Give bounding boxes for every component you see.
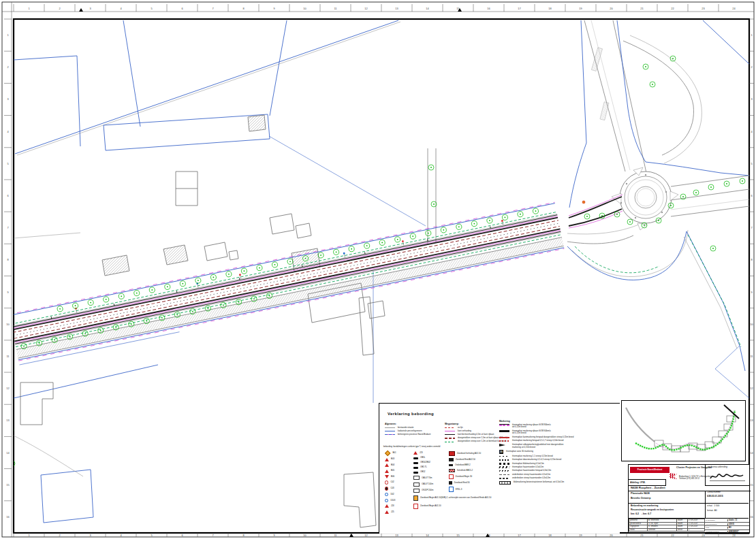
legend-item-label: kadastrale perceelsgrenzen: [398, 430, 422, 433]
svg-text:20: 20: [610, 7, 613, 10]
legend-item-label: kant bermverharding 0,5m uit kant rijbaa…: [458, 434, 494, 436]
svg-text:15: 15: [6, 483, 10, 487]
sign-code: B06: [391, 476, 394, 478]
legend-sign-row: Zonebord Begin A01-50: [413, 504, 497, 510]
brabant-flag-logo: [670, 473, 677, 479]
svg-text:2: 2: [7, 65, 9, 69]
svg-text:14: 14: [426, 7, 429, 10]
sign-code: OAL07 100m: [422, 483, 433, 486]
svg-text:13: 13: [395, 534, 398, 537]
svg-text:15: 15: [456, 534, 460, 537]
svg-text:12: 12: [364, 7, 368, 10]
legend-item-label: as-lijn: [458, 427, 463, 429]
plate-dark-sign-icon: [449, 458, 454, 461]
sw-magdash-swatch: [499, 424, 509, 427]
svg-text:2: 2: [59, 7, 61, 10]
sign-code: D103: [390, 500, 395, 502]
svg-text:6: 6: [7, 194, 9, 197]
sign-code: Zonebord herhaling A01-50: [457, 453, 481, 455]
bar-sign-icon: [413, 467, 418, 469]
svg-text:16: 16: [6, 515, 10, 519]
parallel-road-pavement: [16, 238, 564, 359]
sign-code: B05: [391, 470, 394, 472]
svg-text:3: 3: [89, 534, 91, 537]
legend-sign-row: Onderbord BB9-2: [449, 464, 498, 467]
sign-code: Zonebord Eind 30: [454, 482, 470, 485]
legend-sign-row: J25: [385, 510, 412, 514]
svg-text:1: 1: [7, 33, 9, 37]
legend-marking-item: thermoplast kantmarkering fietspad doorg…: [499, 436, 619, 439]
ring-blue-sign-icon: [385, 493, 388, 496]
svg-text:18: 18: [548, 7, 552, 10]
svg-text:22: 22: [671, 534, 674, 537]
sw-blok-swatch: [499, 463, 509, 465]
legend-marking-item: thermoplast dwarsmarkering 0,5-0,5 stree…: [499, 459, 619, 461]
sw-gray-swatch: [385, 427, 395, 428]
svg-text:1: 1: [28, 534, 30, 537]
sign-code: B04: [391, 464, 394, 467]
legend-item: kadastrale perceelsgrenzen: [385, 430, 443, 433]
sw-dash55-swatch: [499, 459, 509, 461]
svg-text:8: 8: [751, 258, 753, 261]
legend-item: beheergrens provincie Noord-Brabant: [385, 434, 443, 436]
legend-heading: Algemeen:: [385, 423, 443, 425]
sig-cell: 1: [687, 528, 704, 532]
legend-title: Verklaring bebording: [388, 412, 434, 417]
province-banner: Provincie Noord-Brabant: [630, 467, 670, 473]
legend-item-label: beheergrens provincie Noord-Brabant: [398, 434, 430, 436]
legend-sign-row: Zonebord herhaling A01-50: [449, 451, 498, 456]
svg-text:12: 12: [364, 534, 368, 537]
svg-text:7: 7: [212, 534, 214, 537]
svg-text:5: 5: [151, 534, 153, 537]
svg-text:16: 16: [750, 515, 753, 519]
main-road-corridor: [9, 202, 565, 365]
bar-hatch-sign-icon: [449, 469, 455, 472]
legend-sign-row: J24: [385, 504, 412, 508]
bar-sm-sign-icon: [449, 464, 453, 466]
svg-text:6: 6: [751, 194, 753, 197]
side-roads: [428, 20, 749, 398]
sign-code: Zonebord Begin 30: [456, 476, 473, 478]
tri-sign-icon: [385, 470, 389, 473]
sig-cell: status: [629, 528, 648, 532]
sw-drempel1-swatch: [499, 474, 509, 476]
legend-sign-row: B01: [385, 451, 412, 455]
svg-text:3: 3: [7, 97, 9, 101]
svg-text:24: 24: [732, 534, 736, 537]
svg-text:4: 4: [120, 534, 122, 537]
signature-table: getekendA. Groenvelddatum27-09-2019gecon…: [629, 519, 705, 532]
drawing-sheet: 1234567891011121314151617181920212223241…: [0, 0, 756, 539]
legend-marking-item: thermoplast haaientanden 0,5x0,5m: [499, 466, 619, 469]
svg-text:8: 8: [7, 258, 9, 261]
svg-text:10: 10: [303, 534, 306, 537]
legend-sign-row: C02: [385, 480, 412, 484]
bar-sign-icon: [413, 457, 418, 459]
sheet-info-rows: in 13 bladenbladnr. 13projectnummer638.0…: [705, 519, 749, 534]
svg-text:17: 17: [518, 7, 521, 10]
legend-sign-row: Schrikhek BB15-2: [449, 469, 498, 472]
ring-sign-icon: [385, 480, 388, 484]
sign-code: B01: [392, 452, 396, 455]
sig-cell: versie: [677, 528, 688, 532]
svg-text:14: 14: [750, 451, 753, 455]
legend-marking-item: thermoplast markering rijbaan GOW 80km/u…: [499, 424, 619, 429]
svg-text:17: 17: [518, 534, 521, 537]
svg-text:19: 19: [579, 534, 582, 537]
sign-code: C03: [390, 487, 394, 490]
svg-text:8: 8: [242, 534, 245, 537]
sign-code: OB5L: [420, 457, 425, 459]
svg-text:11: 11: [750, 355, 753, 358]
legend-section-markering: Markering thermoplast markering rijbaan …: [499, 420, 619, 485]
svg-text:22: 22: [671, 7, 674, 10]
sw-beheer-swatch: [385, 434, 395, 435]
svg-text:9: 9: [273, 7, 275, 10]
legend-marking-item: thermoplast markering rijbaan GOW 60km/u…: [499, 430, 619, 435]
bar-sign-icon: [413, 472, 418, 474]
sw-greendash-swatch: [445, 442, 455, 442]
bar-sign-icon: [413, 462, 418, 464]
legend-sign-row: B05: [385, 470, 412, 473]
sw-wedge-swatch: [499, 444, 505, 446]
sw-blue-swatch: [385, 431, 395, 431]
legend-sign-row: C03: [385, 487, 412, 490]
svg-text:5: 5: [751, 162, 753, 165]
